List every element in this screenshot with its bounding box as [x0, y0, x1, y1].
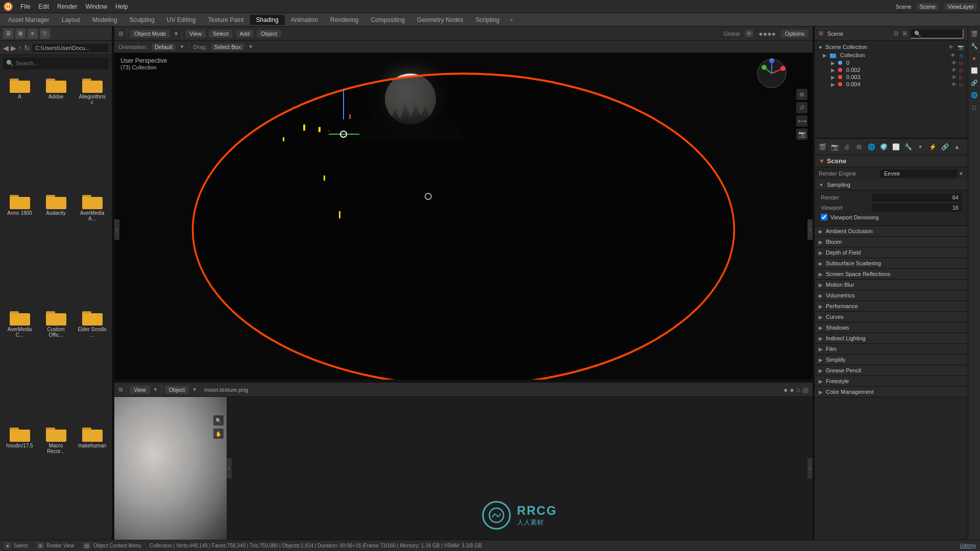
render-engine-selector[interactable]: Eevee — [880, 169, 958, 178]
tool-camera[interactable]: 📷 — [796, 129, 807, 140]
add-btn[interactable]: Add — [236, 30, 254, 38]
nav-forward[interactable]: ▶ — [11, 44, 16, 52]
tab-texture-paint[interactable]: Texture Paint — [202, 15, 250, 25]
menu-file[interactable]: File — [16, 2, 34, 11]
filter-icon[interactable]: ⊟ — [894, 30, 898, 37]
eye-icon[interactable]: 👁 — [951, 60, 957, 66]
shadows-header[interactable]: ▶ Shadows — [815, 322, 968, 333]
orientation-selector[interactable]: ⊕ — [745, 30, 753, 37]
view-list-btn[interactable]: ≡ — [28, 29, 38, 39]
menu-help[interactable]: Help — [111, 2, 132, 11]
tab-compositing[interactable]: Compositing — [364, 15, 411, 25]
folder-custom-office[interactable]: Custom Offic... — [39, 307, 72, 420]
folder-makehuman[interactable]: makehuman — [76, 423, 109, 537]
performance-header[interactable]: ▶ Performance — [815, 301, 968, 312]
scene-collapse-icon[interactable]: ▼ — [819, 158, 825, 165]
menu-render[interactable]: Render — [53, 2, 81, 11]
freestyle-header[interactable]: ▶ Freestyle — [815, 376, 968, 387]
tab-shading[interactable]: Shading — [250, 15, 285, 25]
side-icon-render[interactable]: ● — [969, 53, 979, 63]
eye-icon[interactable]: 👁 — [951, 74, 957, 80]
outliner-search-input[interactable] — [910, 29, 964, 39]
collection-root[interactable]: ▶ Collection 👁 ◇ — [815, 51, 968, 59]
collapse-right-btn[interactable]: › — [807, 219, 813, 240]
folder-allegorithmic[interactable]: Allegorithmic — [76, 74, 109, 188]
collection-item-002[interactable]: ▶ 0.002 👁 ▷ — [815, 66, 968, 73]
viewport-value[interactable]: 16 — [872, 204, 962, 212]
collection-item-004[interactable]: ▶ 0.004 👁 ▷ — [815, 81, 968, 88]
side-icon-view[interactable]: ◻ — [969, 102, 979, 112]
sort-icon[interactable]: ⊞ — [902, 30, 907, 37]
tab-scripting[interactable]: Scripting — [470, 15, 506, 25]
tab-sculpting[interactable]: Sculpting — [123, 15, 160, 25]
tab-asset-manager[interactable]: Asset Manager — [2, 15, 56, 25]
tab-geometry-nodes[interactable]: Geometry Nodes — [411, 15, 470, 25]
file-search-input[interactable] — [16, 60, 106, 66]
sampling-section-header[interactable]: ▼ Sampling — [815, 180, 968, 190]
view-mode-toggle[interactable]: Object Mode — [130, 30, 170, 38]
orientation-value[interactable]: Default — [152, 43, 176, 51]
eye-icon[interactable]: 👁 — [951, 67, 957, 73]
viewport-canvas[interactable]: ← User Perspective — [114, 53, 813, 380]
indirect-lighting-header[interactable]: ▶ Indirect Lighting — [815, 333, 968, 344]
side-icon-tool[interactable]: 🔧 — [969, 41, 979, 51]
tab-layout[interactable]: Layout — [56, 15, 86, 25]
side-icon-world[interactable]: 🌐 — [969, 90, 979, 100]
prop-icon-world[interactable]: 🌍 — [878, 141, 889, 153]
folder-avermedia-c[interactable]: AverMedia C... — [3, 307, 36, 420]
view-btn-bottom[interactable]: View — [130, 386, 150, 394]
side-icon-object[interactable]: ⬜ — [969, 65, 979, 76]
editor-type-icon[interactable]: ⊞ — [118, 30, 124, 37]
ambient-occlusion-header[interactable]: ▶ Ambient Occlusion — [815, 226, 968, 237]
prop-icon-constraints[interactable]: 🔗 — [939, 141, 950, 153]
menu-window[interactable]: Window — [81, 2, 111, 11]
view-grid-btn[interactable]: ⊞ — [15, 29, 26, 39]
folder-elder-scrolls[interactable]: Elder Scrolls ... — [76, 307, 109, 420]
simplify-header[interactable]: ▶ Simplify — [815, 355, 968, 365]
prop-icon-data[interactable]: ▲ — [951, 141, 963, 153]
collapse-left-btn[interactable]: ‹ — [114, 219, 119, 240]
prop-icon-render[interactable]: 📷 — [829, 141, 840, 153]
tab-add[interactable]: + — [505, 15, 517, 25]
render-value[interactable]: 64 — [872, 193, 962, 202]
render-icon[interactable]: ▷ — [960, 67, 964, 73]
prop-icon-output[interactable]: 🖨 — [841, 141, 852, 153]
render-icon[interactable]: ▷ — [960, 74, 964, 80]
film-header[interactable]: ▶ Film — [815, 344, 968, 355]
node-editor-area[interactable]: RRCG 人人素材 ‹ › — [227, 397, 813, 540]
eye-icon[interactable]: 👁 — [951, 82, 957, 87]
scene-selector[interactable]: Scene — [917, 3, 939, 10]
prop-icon-scene[interactable]: 🎬 — [817, 141, 828, 153]
render-layer-selector[interactable]: ViewLayer — [945, 3, 977, 10]
grease-pencil-header[interactable]: ▶ Grease Pencil — [815, 365, 968, 376]
render-icon[interactable]: ▷ — [960, 82, 964, 87]
global-selector[interactable]: Global — [723, 31, 740, 37]
tool-rotate[interactable]: ↺ — [796, 102, 807, 113]
object-btn-bottom[interactable]: Object — [165, 386, 189, 394]
file-search-bar[interactable]: 🔍 — [3, 57, 109, 69]
nav-up[interactable]: ↑ — [18, 44, 22, 52]
scene-collection-header[interactable]: ● Scene Collection 👁 📷 — [815, 43, 968, 51]
collection-item-0[interactable]: ▶ 0 👁 ▷ — [815, 59, 968, 66]
prop-icon-scene2[interactable]: 🌐 — [866, 141, 877, 153]
tool-move[interactable]: ⊕ — [796, 89, 807, 100]
render-icon[interactable]: ▷ — [960, 60, 964, 66]
bloom-header[interactable]: ▶ Bloom — [815, 237, 968, 247]
view-btn[interactable]: View — [185, 30, 206, 38]
collection-item-003[interactable]: ▶ 0.003 👁 ▷ — [815, 73, 968, 81]
volumetrics-header[interactable]: ▶ Volumetrics — [815, 290, 968, 301]
select-btn[interactable]: Select — [209, 30, 233, 38]
subsurface-header[interactable]: ▶ Subsurface Scattering — [815, 258, 968, 269]
folder-audacity[interactable]: Audacity — [39, 191, 72, 304]
preview-zoom-icon[interactable]: 🔍 — [213, 415, 224, 425]
tab-rendering[interactable]: Rendering — [324, 15, 364, 25]
folder-adobe[interactable]: Adobe — [39, 74, 72, 188]
collapse-bottom-right[interactable]: › — [807, 458, 813, 479]
folder-avermedia-a[interactable]: AverMedia A... — [76, 191, 109, 304]
folder-a[interactable]: A — [3, 74, 36, 188]
viewport-icon[interactable]: ◇ — [960, 53, 964, 58]
side-icon-scene[interactable]: 🎬 — [969, 29, 979, 39]
side-icon-modifier[interactable]: 🔗 — [969, 78, 979, 88]
prop-icon-physics[interactable]: ⚡ — [927, 141, 938, 153]
collapse-bottom-left[interactable]: ‹ — [227, 458, 232, 479]
